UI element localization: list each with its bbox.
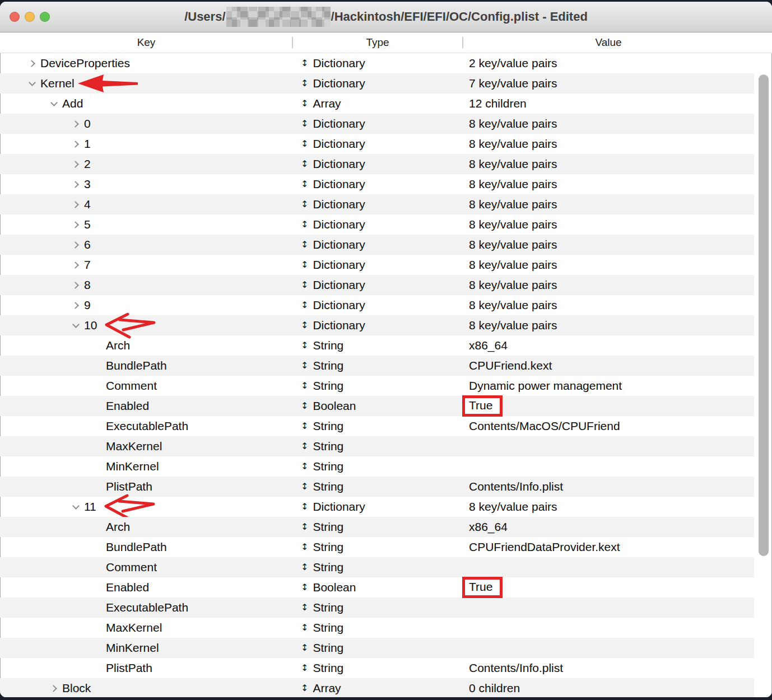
row-type[interactable]: String bbox=[313, 661, 343, 675]
row-type[interactable]: String bbox=[313, 641, 343, 655]
row-type[interactable]: Dictionary bbox=[313, 57, 365, 70]
zoom-button[interactable] bbox=[40, 12, 50, 22]
plist-row[interactable]: DeviceProperties↕Dictionary2 key/value p… bbox=[0, 53, 754, 73]
row-type[interactable]: Dictionary bbox=[313, 218, 365, 231]
minimize-button[interactable] bbox=[25, 12, 35, 22]
row-value[interactable]: 8 key/value pairs bbox=[469, 298, 557, 312]
chevron-down-icon[interactable] bbox=[29, 80, 36, 87]
plist-row[interactable]: Kernel↕Dictionary7 key/value pairs bbox=[0, 73, 754, 94]
row-value[interactable]: x86_64 bbox=[469, 339, 508, 352]
row-type[interactable]: Array bbox=[313, 682, 341, 695]
plist-row[interactable]: Arch↕Stringx86_64 bbox=[0, 517, 754, 537]
plist-row[interactable]: MinKernel↕String bbox=[0, 456, 754, 477]
row-type[interactable]: Dictionary bbox=[313, 298, 365, 312]
row-value[interactable]: 8 key/value pairs bbox=[469, 198, 557, 211]
row-type[interactable]: String bbox=[313, 339, 343, 352]
row-type[interactable]: Boolean bbox=[313, 581, 356, 594]
row-type[interactable]: Dictionary bbox=[313, 198, 365, 211]
plist-row[interactable]: 2↕Dictionary8 key/value pairs bbox=[0, 154, 754, 174]
row-value[interactable]: 12 children bbox=[469, 97, 527, 110]
row-value[interactable]: 8 key/value pairs bbox=[469, 258, 557, 272]
row-value[interactable]: 8 key/value pairs bbox=[469, 218, 557, 231]
chevron-right-icon[interactable] bbox=[73, 161, 80, 167]
row-type[interactable]: Dictionary bbox=[313, 77, 365, 90]
plist-row[interactable]: MaxKernel↕String bbox=[0, 618, 754, 638]
chevron-right-icon[interactable] bbox=[73, 262, 80, 268]
row-value[interactable]: CPUFriend.kext bbox=[469, 359, 552, 372]
row-type[interactable]: String bbox=[313, 540, 343, 554]
plist-row[interactable]: MinKernel↕String bbox=[0, 638, 754, 658]
row-value[interactable]: 8 key/value pairs bbox=[469, 137, 557, 151]
annotation-box[interactable]: True bbox=[462, 395, 503, 417]
row-value[interactable]: x86_64 bbox=[469, 520, 508, 534]
row-type[interactable]: Dictionary bbox=[313, 258, 365, 272]
plist-row[interactable]: Add↕Array12 children bbox=[0, 94, 754, 114]
column-divider[interactable] bbox=[462, 37, 463, 48]
plist-row[interactable]: Comment↕StringDynamic power management bbox=[0, 376, 754, 396]
row-value[interactable]: 7 key/value pairs bbox=[469, 77, 557, 90]
row-type[interactable]: Dictionary bbox=[313, 278, 365, 292]
row-type[interactable]: Dictionary bbox=[313, 238, 365, 251]
row-type[interactable]: Boolean bbox=[313, 399, 356, 413]
row-type[interactable]: Dictionary bbox=[313, 137, 365, 151]
row-value[interactable]: 2 key/value pairs bbox=[469, 57, 557, 70]
row-type[interactable]: String bbox=[313, 561, 343, 574]
plist-row[interactable]: 3↕Dictionary8 key/value pairs bbox=[0, 174, 754, 194]
chevron-down-icon[interactable] bbox=[51, 100, 58, 107]
row-type[interactable]: Dictionary bbox=[313, 178, 365, 191]
chevron-right-icon[interactable] bbox=[73, 120, 80, 127]
chevron-down-icon[interactable] bbox=[73, 322, 80, 329]
plist-row[interactable]: 8↕Dictionary8 key/value pairs bbox=[0, 275, 754, 295]
plist-row[interactable]: PlistPath↕StringContents/Info.plist bbox=[0, 658, 754, 678]
row-type[interactable]: String bbox=[313, 359, 343, 372]
row-type[interactable]: Dictionary bbox=[313, 319, 365, 332]
titlebar[interactable]: /Users//Hackintosh/EFI/EFI/OC/Config.pli… bbox=[0, 2, 772, 32]
row-value[interactable]: 8 key/value pairs bbox=[469, 278, 557, 292]
chevron-down-icon[interactable] bbox=[73, 503, 80, 510]
chevron-right-icon[interactable] bbox=[73, 221, 80, 228]
column-header-value[interactable]: Value bbox=[463, 32, 754, 53]
row-value[interactable]: Dynamic power management bbox=[469, 379, 622, 393]
row-value[interactable]: Contents/Info.plist bbox=[469, 480, 563, 493]
row-type[interactable]: String bbox=[313, 419, 343, 433]
plist-row[interactable]: 11↕Dictionary8 key/value pairs bbox=[0, 497, 754, 517]
plist-row[interactable]: 5↕Dictionary8 key/value pairs bbox=[0, 214, 754, 235]
plist-row[interactable]: BundlePath↕StringCPUFriendDataProvider.k… bbox=[0, 537, 754, 557]
row-value[interactable]: 8 key/value pairs bbox=[469, 178, 557, 191]
plist-row[interactable]: ExecutablePath↕String bbox=[0, 598, 754, 618]
plist-row[interactable]: Enabled↕BooleanTrue bbox=[0, 577, 754, 598]
plist-row[interactable]: BundlePath↕StringCPUFriend.kext bbox=[0, 356, 754, 376]
row-value[interactable]: 8 key/value pairs bbox=[469, 319, 557, 332]
row-value[interactable]: 8 key/value pairs bbox=[469, 117, 557, 130]
plist-row[interactable]: 0↕Dictionary8 key/value pairs bbox=[0, 114, 754, 134]
row-type[interactable]: Dictionary bbox=[313, 117, 365, 130]
row-value[interactable]: 8 key/value pairs bbox=[469, 157, 557, 171]
plist-row[interactable]: Comment↕String bbox=[0, 557, 754, 577]
row-type[interactable]: Array bbox=[313, 97, 341, 110]
row-type[interactable]: String bbox=[313, 460, 343, 473]
plist-row[interactable]: Arch↕Stringx86_64 bbox=[0, 335, 754, 356]
scrollbar-thumb[interactable] bbox=[759, 74, 769, 556]
chevron-right-icon[interactable] bbox=[29, 60, 36, 67]
plist-row[interactable]: Block↕Array0 children bbox=[0, 678, 754, 697]
plist-row[interactable]: Enabled↕BooleanTrue bbox=[0, 396, 754, 416]
row-type[interactable]: String bbox=[313, 601, 343, 614]
row-type[interactable]: Dictionary bbox=[313, 500, 365, 514]
row-type[interactable]: String bbox=[313, 520, 343, 534]
plist-row[interactable]: ExecutablePath↕StringContents/MacOS/CPUF… bbox=[0, 416, 754, 436]
row-value[interactable]: 8 key/value pairs bbox=[469, 500, 557, 514]
row-type[interactable]: String bbox=[313, 480, 343, 493]
plist-row[interactable]: 10↕Dictionary8 key/value pairs bbox=[0, 315, 754, 335]
chevron-right-icon[interactable] bbox=[73, 282, 80, 288]
row-value[interactable]: Contents/MacOS/CPUFriend bbox=[469, 419, 620, 433]
chevron-right-icon[interactable] bbox=[73, 241, 80, 248]
chevron-right-icon[interactable] bbox=[73, 201, 80, 208]
close-button[interactable] bbox=[10, 12, 20, 22]
column-divider[interactable] bbox=[292, 37, 293, 48]
row-value[interactable]: 8 key/value pairs bbox=[469, 238, 557, 251]
chevron-right-icon[interactable] bbox=[73, 181, 80, 188]
plist-row[interactable]: 1↕Dictionary8 key/value pairs bbox=[0, 134, 754, 154]
annotation-box[interactable]: True bbox=[462, 577, 503, 598]
plist-row[interactable]: 6↕Dictionary8 key/value pairs bbox=[0, 235, 754, 255]
row-type[interactable]: String bbox=[313, 440, 343, 453]
